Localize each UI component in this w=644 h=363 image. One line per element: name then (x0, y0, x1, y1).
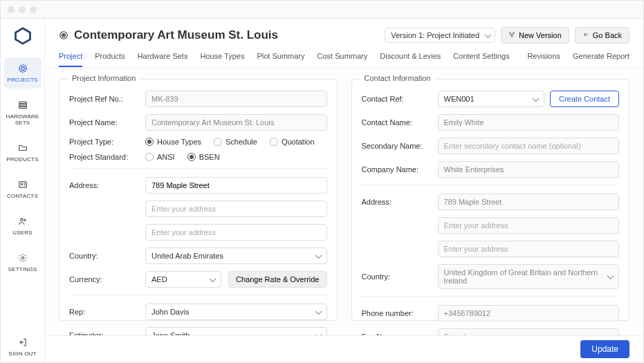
company-name-label: Company Name: (362, 165, 431, 174)
window-dot (19, 6, 26, 13)
sidebar-item-hardware-sets[interactable]: HARDWARE SETS (4, 94, 42, 131)
sidebar-item-settings[interactable]: SETTINGS (4, 247, 42, 278)
sidebar-item-products[interactable]: PRODUCTS (4, 137, 42, 168)
page-title: Contemporary Art Museum St. Louis (74, 28, 278, 42)
sidebar-item-projects[interactable]: PROJECTS (4, 57, 42, 89)
address-line3-input[interactable] (145, 224, 327, 241)
target-icon (59, 30, 68, 40)
contact-ref-select[interactable]: WEN001 (438, 91, 545, 107)
svg-rect-4 (19, 104, 26, 106)
secondary-name-input[interactable] (438, 138, 620, 154)
signout-icon (17, 337, 28, 348)
sidebar: PROJECTS HARDWARE SETS PRODUCTS CONTACTS… (1, 19, 45, 362)
currency-value: AED (151, 275, 167, 283)
svg-point-7 (21, 183, 22, 185)
rep-select[interactable]: John Davis (145, 304, 327, 320)
svg-point-16 (511, 36, 513, 37)
radio-quotation[interactable]: Quotation (270, 138, 315, 146)
branch-icon (508, 31, 515, 39)
phone-label: Phone number: (362, 309, 431, 317)
update-button[interactable]: Update (580, 340, 629, 358)
window-dot (8, 6, 15, 13)
contact-country-select[interactable]: United Kingdom of Great Britain and Nort… (438, 264, 620, 289)
new-version-button[interactable]: New Version (501, 27, 569, 44)
contact-address-label: Address: (362, 198, 431, 206)
tab-revisions[interactable]: Revisions (527, 52, 560, 67)
radio-house-types[interactable]: House Types (145, 138, 201, 146)
project-standard-radios: ANSI BSEN (145, 153, 327, 161)
radio-bsen[interactable]: BSEN (187, 153, 220, 161)
country-value: United Arab Emirates (151, 252, 223, 260)
tab-house-types[interactable]: House Types (200, 52, 244, 67)
contact-address3-input[interactable] (438, 241, 620, 257)
svg-point-8 (20, 218, 23, 221)
sidebar-item-label: SETTINGS (8, 266, 37, 272)
contact-ref-label: Contact Ref: (362, 95, 431, 103)
svg-rect-5 (19, 106, 26, 108)
tabs: Project Products Hardware Sets House Typ… (59, 52, 629, 67)
address-line2-input[interactable] (145, 201, 327, 217)
app-logo (12, 26, 33, 46)
tab-plot-summary[interactable]: Plot Summary (257, 52, 304, 67)
svg-point-10 (21, 257, 24, 259)
sidebar-item-label: HARDWARE SETS (4, 113, 42, 126)
contact-country-label: Country: (362, 272, 431, 281)
svg-point-14 (510, 32, 511, 34)
radio-schedule[interactable]: Schedule (214, 138, 257, 146)
contact-address2-input[interactable] (438, 217, 620, 234)
sidebar-item-signout[interactable]: SIGN OUT (4, 331, 42, 362)
phone-input[interactable] (438, 305, 620, 322)
sidebar-item-label: PROJECTS (7, 77, 37, 83)
svg-point-2 (21, 67, 24, 71)
sidebar-item-users[interactable]: USERS (4, 210, 42, 241)
footer: Update (45, 335, 643, 362)
project-name-input[interactable] (145, 114, 327, 131)
contact-name-input[interactable] (438, 114, 620, 131)
tab-generate-report[interactable]: Generate Report (573, 52, 629, 67)
go-back-button[interactable]: Go Back (575, 27, 629, 44)
secondary-name-label: Secondary Name: (362, 142, 431, 150)
folder-icon (17, 142, 28, 153)
project-standard-label: Project Standard: (69, 153, 138, 161)
contact-ref-value: WEN001 (444, 95, 475, 103)
country-label: Country: (69, 252, 138, 260)
create-contact-button[interactable]: Create Contact (550, 91, 619, 107)
card-title: Contact Information (360, 74, 435, 82)
currency-select[interactable]: AED (145, 271, 221, 288)
company-name-input[interactable] (438, 161, 620, 178)
svg-point-1 (19, 65, 26, 73)
svg-rect-3 (19, 102, 26, 103)
svg-point-9 (24, 219, 25, 221)
radio-label: ANSI (157, 153, 175, 161)
radio-label: Quotation (282, 138, 315, 146)
sidebar-item-label: USERS (12, 230, 33, 236)
project-name-label: Project Name: (69, 118, 138, 127)
rep-value: John Davis (151, 308, 189, 316)
tab-project[interactable]: Project (59, 52, 82, 67)
stack-icon (17, 100, 28, 111)
sidebar-item-contacts[interactable]: CONTACTS (4, 174, 42, 205)
gear-icon (17, 252, 28, 263)
tab-hardware-sets[interactable]: Hardware Sets (138, 52, 188, 67)
project-ref-label: Project Ref No.: (69, 95, 138, 103)
tab-products[interactable]: Products (95, 52, 125, 67)
tab-cost-summary[interactable]: Cost Summary (318, 52, 368, 67)
address-label: Address: (69, 181, 138, 189)
tab-content-settings[interactable]: Content Settings (453, 52, 509, 67)
tab-discount-levies[interactable]: Discount & Levies (380, 52, 441, 67)
project-ref-input[interactable] (145, 91, 327, 107)
id-card-icon (17, 179, 28, 190)
users-icon (17, 216, 28, 227)
card-title: Project Information (68, 74, 140, 82)
radio-ansi[interactable]: ANSI (145, 153, 175, 161)
svg-point-15 (513, 32, 515, 34)
address-line1-input[interactable] (145, 177, 327, 194)
go-back-label: Go Back (593, 31, 622, 39)
header: Contemporary Art Museum St. Louis Versio… (45, 19, 643, 68)
contact-address1-input[interactable] (438, 194, 620, 210)
project-type-label: Project Type: (69, 138, 138, 146)
version-select[interactable]: Version 1: Project Initiated (385, 28, 495, 43)
country-select[interactable]: United Arab Emirates (145, 248, 327, 264)
change-rate-button[interactable]: Change Rate & Override (228, 271, 327, 288)
contact-info-card: Contact Information Contact Ref: WEN001 … (351, 79, 630, 321)
